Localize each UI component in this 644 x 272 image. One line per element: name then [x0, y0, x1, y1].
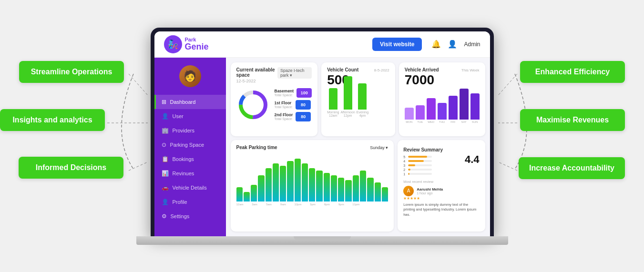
profile-icon: 👤 [162, 199, 169, 205]
vehicle-count-date: 8-5-2022 [374, 68, 389, 72]
review-card: Review Summary 5 [398, 140, 485, 232]
basement-badge: 100 [296, 88, 312, 98]
visit-website-button[interactable]: Visit website [372, 38, 422, 51]
star-bar-4-bg [408, 160, 432, 162]
star-bar-5-bg [408, 156, 432, 158]
peak-bar-5 [266, 168, 272, 201]
laptop-screen-outer: 🧞 Park Genie Visit website 🔔 👤 Admin [151, 28, 494, 236]
sidebar-item-bookings[interactable]: 📋 Bookings [154, 152, 226, 166]
reviewer-avatar: A [403, 186, 414, 196]
peak-bar-13 [324, 173, 330, 201]
sidebar-item-profile[interactable]: 👤 Profile [154, 195, 226, 209]
sidebar-avatar: 🧑 [179, 65, 201, 87]
star-bar-3-fill [408, 164, 415, 166]
floor1-row: 1st Floor Total Space: 80 [275, 100, 312, 110]
sidebar-item-revenues[interactable]: 📊 Revinues [154, 166, 226, 181]
review-stars-wrap: 5 4 3 [403, 153, 462, 178]
sidebar-item-dashboard[interactable]: ⊞ Dashboard [154, 95, 226, 109]
vehicle-arrived-card: Vehicle Arrived This Week 7000 [399, 62, 485, 136]
arrived-subtitle: This Week [461, 68, 480, 72]
peak-title: Peak Parking time [236, 145, 277, 150]
basement-row: Basement Total Space: 100 [275, 88, 312, 98]
peak-bar-4 [258, 175, 264, 201]
sidebar-label-profile: Profile [173, 199, 187, 205]
peak-bar-17 [353, 175, 359, 201]
top-cards: Current available space Spaze I-tech par… [231, 62, 485, 136]
bar-sun [470, 93, 480, 120]
peak-bar-18 [360, 171, 366, 201]
app-body: 🧑 ⊞ Dashboard 👤 User 🏢 [154, 58, 490, 236]
laptop-screen: 🧞 Park Genie Visit website 🔔 👤 Admin [154, 31, 490, 236]
bar-afternoon-bar [344, 76, 352, 110]
star-bar-5-fill [408, 156, 427, 158]
insights-box: Insights and analytics [0, 109, 105, 131]
peak-bar-9 [295, 159, 301, 201]
peak-bar-12 [316, 171, 322, 201]
bookings-icon: 📋 [162, 156, 169, 162]
logo-text: Park Genie [185, 37, 209, 52]
sidebar-item-vehicles[interactable]: 🚗 Vehicle Details [154, 181, 226, 195]
space-dropdown[interactable]: Spaze I-tech park ▾ [277, 67, 312, 79]
outer-wrapper: Streamline Operations Insights and analy… [0, 0, 644, 272]
bar-morning: Morning12am [327, 88, 339, 117]
floor2-badge: 80 [296, 112, 311, 121]
peak-bar-11 [309, 168, 315, 201]
review-comment: Lorem ipsum is simply dummy text of the … [403, 202, 479, 218]
peak-bar-8 [287, 161, 293, 201]
sidebar-item-parking[interactable]: ⊙ Parking Space [154, 138, 226, 152]
floor1-label: 1st Floor Total Space: [275, 101, 293, 109]
donut-chart [236, 88, 270, 121]
peak-bar-21 [382, 187, 388, 201]
revenues-icon: 📊 [162, 170, 169, 177]
reviewer-stars: ★★★★★ [403, 196, 479, 201]
logo-area: 🧞 Park Genie [164, 35, 209, 53]
peak-card-header: Peak Parking time Sunday ▾ [236, 145, 388, 151]
review-title: Review Summary [403, 147, 443, 152]
bell-icon[interactable]: 🔔 [431, 40, 441, 49]
peak-bar-19 [367, 178, 373, 201]
star-bar-1-bg [408, 173, 432, 175]
enhanced-box: Enhanced Efficiency [520, 61, 625, 83]
header-icons: 🔔 👤 Admin [431, 40, 480, 49]
space-bars: Basement Total Space: 100 1st Floor [275, 88, 312, 131]
sidebar-item-user[interactable]: 👤 User [154, 109, 226, 123]
star-row-5: 5 [403, 155, 462, 159]
logo-icon: 🧞 [164, 35, 182, 53]
basement-label: Basement Total Space: [275, 89, 294, 97]
peak-dropdown[interactable]: Sunday ▾ [370, 145, 388, 150]
peak-bar-16 [345, 180, 351, 201]
user-icon-nav: 👤 [162, 113, 169, 120]
arrived-chart [405, 89, 480, 120]
bar-morning-label: Morning12am [327, 111, 339, 117]
bar-sat [460, 89, 469, 120]
peak-chart [236, 154, 388, 201]
arrived-title: Vehicle Arrived [405, 67, 439, 72]
sidebar-label-revenues: Revinues [173, 171, 194, 176]
sidebar-label-vehicles: Vehicle Details [173, 185, 207, 191]
reviewer-name: Aarushi Mehta [417, 187, 443, 191]
sidebar-item-providers[interactable]: 🏢 Providers [154, 123, 226, 138]
peak-bar-10 [302, 163, 308, 201]
vehicle-count-card: Vehicle Count 8-5-2022 500 Morning12am [321, 62, 395, 136]
space-card: Current available space Spaze I-tech par… [231, 62, 318, 136]
peak-card: Peak Parking time Sunday ▾ [231, 140, 394, 232]
star-bar-2-bg [408, 169, 432, 171]
user-icon: 👤 [448, 40, 457, 49]
reviewer-info: Aarushi Mehta 1 hour ago [417, 187, 443, 195]
floor2-row: 2nd Floor Total Space: 80 [275, 112, 312, 121]
arrived-count: 7000 [405, 73, 480, 87]
reviewer-row: A Aarushi Mehta 1 hour ago [403, 186, 479, 196]
peak-bar-20 [375, 182, 381, 201]
streamline-box: Streamline Operations [19, 61, 124, 83]
admin-label: Admin [464, 41, 480, 48]
sidebar-label-parking: Parking Space [170, 142, 204, 148]
app-header: 🧞 Park Genie Visit website 🔔 👤 Admin [154, 31, 490, 58]
increase-box: Increase Accountability [519, 157, 625, 179]
bar-thu [438, 103, 447, 120]
bar-morning-bar [329, 88, 337, 110]
star-bar-2-fill [408, 169, 410, 171]
bar-fri [449, 96, 458, 120]
sidebar-item-settings[interactable]: ⚙ Settings [154, 209, 226, 223]
peak-labels: 12am 3am 5am 9am 12pm [236, 203, 388, 206]
laptop-base [136, 236, 508, 245]
